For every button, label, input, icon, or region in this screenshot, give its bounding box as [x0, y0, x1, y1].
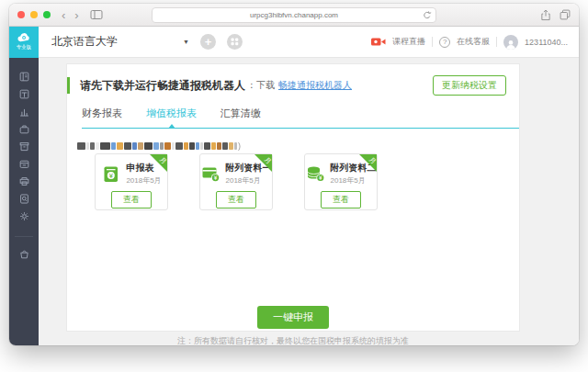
- declaration-form-icon: ¥: [101, 165, 121, 183]
- reload-icon[interactable]: [422, 10, 432, 20]
- live-video-icon: [371, 37, 386, 47]
- disclaimer-note: 注：所有数据请自行核对，最终以您在国税申报系统的填报为准: [67, 335, 519, 345]
- voucher-icon[interactable]: [9, 85, 39, 103]
- back-button[interactable]: ‹: [62, 9, 65, 21]
- card-period: 2018年5月: [226, 175, 272, 186]
- tab-annual-settlement[interactable]: 汇算清缴: [220, 107, 261, 120]
- briefcase-icon[interactable]: [9, 120, 39, 138]
- banner: 请先下载并运行畅捷通报税机器人 ：下载 畅捷通报税机器人 更新纳税设置: [67, 75, 519, 96]
- svg-text:¥: ¥: [318, 175, 322, 181]
- card-period: 2018年5月: [331, 175, 377, 186]
- monthly-badge: 月: [359, 154, 377, 172]
- invoice-icon[interactable]: [9, 155, 39, 173]
- accent-bar: [67, 77, 70, 94]
- card-period: 2018年5月: [126, 175, 161, 186]
- app-header: 专业版 北京语言大学 ▼ + 课程直播 ? 在线客服 12: [9, 27, 579, 58]
- view-button[interactable]: 查看: [216, 191, 256, 209]
- divider: [432, 37, 433, 47]
- attachment-two-card: ¥ 附列资料二 2018年5月 查看 月: [304, 153, 378, 210]
- one-click-declare-button[interactable]: 一键申报: [257, 306, 329, 329]
- tab-overview-icon[interactable]: [560, 9, 571, 21]
- attachment-one-icon: ¥: [201, 165, 221, 183]
- share-icon[interactable]: [540, 9, 551, 21]
- view-button[interactable]: 查看: [321, 191, 361, 209]
- redacted-text: ): [77, 137, 519, 145]
- download-label: ：下载: [247, 79, 275, 92]
- user-id[interactable]: 12311040...: [525, 38, 568, 47]
- zoom-window-button[interactable]: [43, 11, 51, 18]
- address-bar[interactable]: urpcg3hibfvn.chanapp.com: [152, 7, 436, 23]
- robot-download-link[interactable]: 畅捷通报税机器人: [278, 79, 352, 92]
- org-selector[interactable]: 北京语言大学 ▼: [51, 34, 189, 50]
- chevron-down-icon: ▼: [183, 39, 189, 45]
- attachment-one-card: ¥ 附列资料一 2018年5月 查看 月: [199, 153, 273, 210]
- traffic-lights: [17, 11, 51, 18]
- cloud-logo-icon: [17, 32, 32, 42]
- monthly-badge: 月: [254, 154, 272, 172]
- attachment-two-icon: ¥: [306, 165, 326, 183]
- forward-button[interactable]: ›: [74, 9, 78, 21]
- printer-icon[interactable]: [9, 173, 39, 190]
- declaration-form-card: ¥ 申报表 2018年5月 查看 月: [95, 153, 168, 210]
- archive-box-icon[interactable]: [9, 138, 39, 155]
- basket-icon[interactable]: [9, 245, 39, 263]
- update-tax-settings-button[interactable]: 更新纳税设置: [433, 75, 506, 96]
- doc-search-icon[interactable]: [9, 190, 39, 208]
- banner-title: 请先下载并运行畅捷通报税机器人: [80, 78, 245, 94]
- browser-window: ‹ › urpcg3hibfvn.chanapp.com: [9, 4, 579, 345]
- avatar[interactable]: [503, 35, 518, 50]
- apps-grid-button[interactable]: [227, 34, 243, 50]
- view-button[interactable]: 查看: [111, 191, 152, 209]
- add-button[interactable]: +: [200, 34, 216, 50]
- panel-footer: 一键申报 注：所有数据请自行核对，最终以您在国税申报系统的填报为准: [67, 306, 519, 345]
- tab-bar: 财务报表 增值税报表 汇算清缴: [82, 107, 519, 129]
- org-name: 北京语言大学: [51, 34, 118, 50]
- gear-icon[interactable]: [9, 208, 39, 225]
- monthly-badge: 月: [150, 154, 167, 172]
- grid-icon: [231, 38, 239, 46]
- app-logo: 专业版: [9, 27, 39, 58]
- online-support-link[interactable]: 在线客服: [457, 36, 490, 48]
- tab-financial-reports[interactable]: 财务报表: [82, 107, 122, 120]
- content-panel: 请先下载并运行畅捷通报税机器人 ：下载 畅捷通报税机器人 更新纳税设置 财务报表…: [66, 63, 520, 332]
- card-list: ¥ 申报表 2018年5月 查看 月: [95, 153, 519, 210]
- logo-caption: 专业版: [17, 43, 31, 51]
- browser-chrome: ‹ › urpcg3hibfvn.chanapp.com: [9, 4, 579, 27]
- help-icon: ?: [439, 37, 450, 48]
- main-area: 请先下载并运行畅捷通报税机器人 ：下载 畅捷通报税机器人 更新纳税设置 财务报表…: [39, 58, 579, 345]
- close-window-button[interactable]: [17, 11, 25, 18]
- url-text: urpcg3hibfvn.chanapp.com: [250, 11, 338, 19]
- sidebar-toggle-icon[interactable]: [90, 9, 103, 20]
- tab-vat-reports[interactable]: 增值税报表: [146, 107, 197, 120]
- sidebar: [9, 58, 39, 345]
- svg-text:¥: ¥: [213, 175, 217, 181]
- minimize-window-button[interactable]: [30, 11, 38, 18]
- live-course-link[interactable]: 课程直播: [392, 36, 425, 48]
- divider: [496, 37, 497, 47]
- divider: [15, 236, 33, 237]
- report-chart-icon[interactable]: [9, 103, 39, 120]
- ledger-icon[interactable]: [9, 68, 39, 85]
